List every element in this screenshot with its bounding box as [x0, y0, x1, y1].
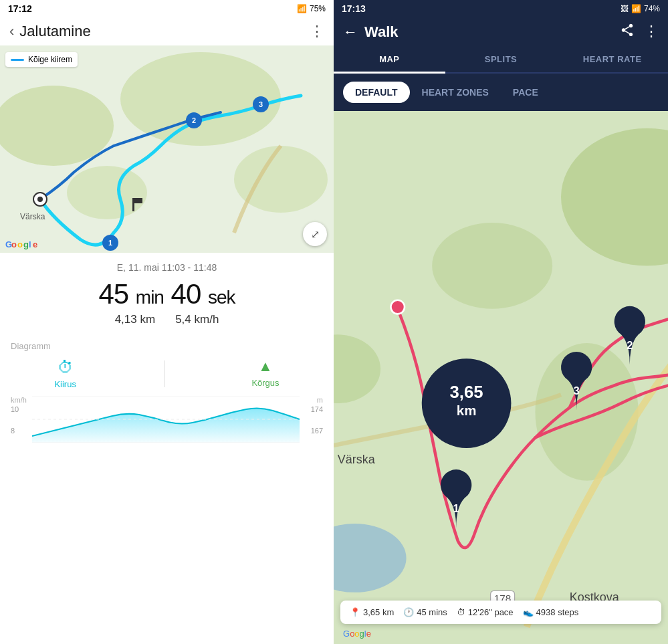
- page-title-left: Jalutamine: [19, 23, 90, 40]
- tabs-bar: MAP SPLITS HEART RATE: [334, 46, 668, 74]
- metrics-row: 4,13 km 5,4 km/h: [11, 313, 323, 326]
- svg-text:o: o: [11, 239, 17, 249]
- info-pace: ⏱ 12'26" pace: [457, 607, 514, 617]
- svg-text:2: 2: [627, 339, 633, 352]
- svg-text:Värska: Värska: [338, 453, 375, 466]
- filter-default[interactable]: DEFAULT: [343, 82, 410, 103]
- menu-button-left[interactable]: ⋮: [310, 23, 324, 40]
- map-left: 1 2 3 Värska G o o g l e Kõige kiirem: [0, 45, 334, 253]
- stats-area: E, 11. mai 11:03 - 11:48 45 min 40 sek 4…: [0, 253, 334, 332]
- filter-pace[interactable]: PACE: [501, 82, 550, 103]
- camera-icon: 🖼: [621, 4, 629, 13]
- y-axis-left-values: 10 8: [11, 405, 27, 435]
- tab-heartrate[interactable]: HEART RATE: [556, 46, 668, 72]
- chart-area: [32, 396, 306, 443]
- y-axis-right-values: 174 167: [311, 405, 323, 435]
- y-axis-left-unit: km/h: [11, 396, 27, 404]
- chart-svg: [32, 396, 306, 443]
- google-letter-e: e: [366, 629, 371, 639]
- diagram-label: Diagramm: [11, 341, 323, 351]
- info-time: 🕐 45 mins: [403, 607, 447, 617]
- steps-icon: 👟: [523, 607, 534, 617]
- google-letter-o2: o: [354, 629, 359, 639]
- activity-date: E, 11. mai 11:03 - 11:48: [11, 262, 323, 273]
- pace-icon: ⏱: [457, 607, 465, 617]
- signal-icon: 📶: [297, 4, 307, 13]
- duration-min: 45: [98, 278, 128, 310]
- status-time-left: 17:12: [8, 3, 32, 14]
- svg-text:2: 2: [192, 116, 196, 124]
- expand-icon: ⤢: [311, 228, 320, 241]
- status-bar-right: 17:13 🖼 📶 74%: [334, 0, 668, 17]
- header-right: ← Walk ⋮: [334, 17, 668, 46]
- y-val-10: 10: [11, 405, 27, 413]
- y-axis-left: km/h 10 8: [11, 396, 27, 435]
- svg-text:3,65: 3,65: [450, 383, 483, 401]
- diagram-divider: [164, 360, 164, 387]
- svg-text:km: km: [457, 403, 477, 418]
- y-axis-right-unit: m: [311, 396, 323, 404]
- info-time-value: 45 mins: [417, 607, 447, 617]
- svg-text:Värska: Värska: [20, 212, 45, 221]
- diagram-section: Diagramm ⏱ Kiirus ▲ Kõrgus km/h 10 8: [0, 332, 334, 443]
- signal-icon-right: 📶: [631, 4, 641, 13]
- bottom-info-bar: 📍 3,65 km 🕐 45 mins ⏱ 12'26" pace 👟 4938…: [340, 601, 661, 624]
- info-steps: 👟 4938 steps: [523, 607, 579, 617]
- legend-label: Kõige kiirem: [28, 55, 72, 64]
- svg-point-12: [37, 197, 43, 202]
- status-time-right: 17:13: [342, 3, 366, 14]
- svg-text:g: g: [23, 239, 29, 249]
- svg-text:o: o: [17, 239, 23, 249]
- left-panel: 17:12 📶 75% ‹ Jalutamine ⋮: [0, 0, 334, 644]
- battery-right: 74%: [644, 4, 660, 13]
- activity-distance: 4,13 km: [115, 313, 155, 326]
- info-steps-value: 4938 steps: [536, 607, 579, 617]
- svg-text:3: 3: [573, 385, 579, 397]
- diagram-tab-elevation[interactable]: ▲ Kõrgus: [251, 358, 279, 389]
- header-left-left: ‹ Jalutamine: [9, 23, 91, 40]
- svg-rect-14: [134, 198, 142, 203]
- google-letter-g: G: [343, 629, 350, 639]
- expand-button[interactable]: ⤢: [303, 222, 327, 246]
- activity-duration: 45 min 40 sek: [11, 278, 323, 310]
- y-val-167: 167: [311, 427, 323, 435]
- status-icons-right: 🖼 📶 74%: [621, 4, 660, 13]
- map-legend: Kõige kiirem: [5, 52, 78, 67]
- status-icons-left: 📶 75%: [297, 4, 326, 13]
- svg-point-28: [432, 223, 552, 309]
- distance-icon: 📍: [350, 607, 360, 617]
- svg-text:1: 1: [453, 502, 459, 515]
- filter-heartzones[interactable]: HEART ZONES: [410, 82, 501, 103]
- diagram-tab-speed[interactable]: ⏱ Kiirus: [54, 358, 76, 389]
- duration-sec-unit: sek: [208, 287, 235, 308]
- info-pace-value: 12'26" pace: [468, 607, 514, 617]
- map-svg-right: 1 2 3 3,65 km 178 Värska Kostkova: [334, 111, 668, 644]
- back-button-left[interactable]: ‹: [9, 23, 14, 40]
- header-left: ‹ Jalutamine ⋮: [0, 17, 334, 45]
- svg-text:3: 3: [259, 100, 263, 108]
- map-svg-left: 1 2 3 Värska G o o g l e: [0, 45, 334, 253]
- tab-map[interactable]: MAP: [334, 46, 445, 72]
- info-distance-value: 3,65 km: [363, 607, 394, 617]
- google-logo-right: Google: [343, 629, 371, 639]
- google-letter-g2: g: [360, 629, 364, 639]
- menu-button-right[interactable]: ⋮: [644, 23, 659, 41]
- duration-sec: 40: [171, 278, 201, 310]
- y-axis-right: m 174 167: [311, 396, 323, 435]
- tab-splits[interactable]: SPLITS: [445, 46, 557, 72]
- diagram-tabs: ⏱ Kiirus ▲ Kõrgus: [11, 358, 323, 389]
- battery-left: 75%: [310, 4, 326, 13]
- activity-speed: 5,4 km/h: [175, 313, 219, 326]
- svg-text:l: l: [29, 239, 31, 249]
- back-button-right[interactable]: ←: [343, 23, 358, 41]
- time-icon: 🕐: [403, 607, 414, 617]
- header-right-icons: ⋮: [620, 23, 659, 41]
- share-button[interactable]: [620, 23, 635, 41]
- speed-icon: ⏱: [58, 358, 74, 377]
- svg-text:e: e: [33, 239, 37, 249]
- elevation-icon: ▲: [258, 358, 273, 375]
- filter-bar: DEFAULT HEART ZONES PACE: [334, 74, 668, 111]
- svg-point-31: [391, 300, 405, 314]
- svg-rect-13: [132, 198, 134, 211]
- status-bar-left: 17:12 📶 75%: [0, 0, 334, 17]
